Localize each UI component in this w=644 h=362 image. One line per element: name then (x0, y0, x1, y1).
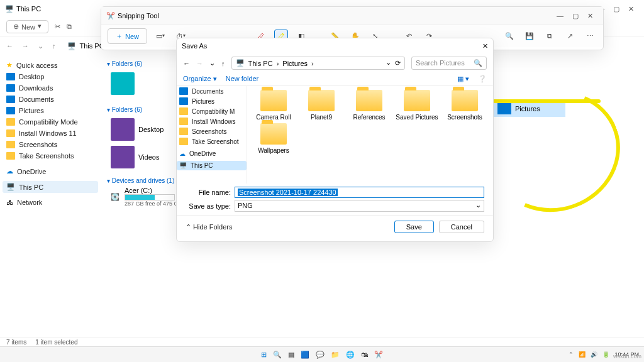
pc-icon: 🖥️ (5, 5, 14, 13)
save-sidebar: Documents Pictures Compatibility M Insta… (177, 86, 247, 184)
back-icon[interactable]: ← (183, 60, 190, 67)
filetype-label: Save as type: (186, 202, 231, 210)
organize-menu[interactable]: Organize ▾ (183, 75, 217, 83)
copy-icon[interactable]: ⧉ (67, 23, 72, 31)
volume-icon[interactable]: 🔊 (591, 351, 597, 358)
forward-icon[interactable]: → (196, 60, 203, 67)
up-icon[interactable]: ↑ (221, 60, 225, 67)
explorer-icon[interactable]: 📁 (331, 351, 340, 359)
sidebar-install[interactable]: Install Windows 11 (3, 128, 98, 139)
sidebar-screenshots[interactable]: Screenshots (3, 139, 98, 150)
filename-input[interactable]: Screenshot 2021-10-17 224430 (235, 187, 484, 198)
battery-icon[interactable]: 🔋 (602, 351, 609, 358)
sa-screenshots[interactable]: Screenshots (177, 126, 247, 136)
folder-wallpapers[interactable]: Wallpapers (251, 123, 296, 154)
search-input[interactable]: Search Pictures🔍 (411, 57, 487, 70)
folder-references[interactable]: References (347, 90, 392, 121)
help-icon[interactable]: ❔ (478, 75, 487, 83)
maximize-icon[interactable]: ▢ (572, 12, 579, 20)
copy-icon[interactable]: ⧉ (543, 30, 557, 43)
start-icon[interactable]: ⊞ (261, 351, 267, 359)
sa-install[interactable]: Install Windows (177, 116, 247, 126)
pc-icon: 🖥️ (236, 59, 245, 67)
chrome-icon[interactable]: 🌐 (346, 351, 355, 359)
sidebar-compat[interactable]: Compatibility Mode (3, 116, 98, 128)
up-icon[interactable]: ↑ (52, 42, 56, 50)
save-button[interactable]: Save (394, 221, 434, 233)
share-icon[interactable]: ↗ (563, 30, 577, 43)
drive-icon: 💽 (111, 193, 119, 201)
explorer-status-bar: 7 items 1 item selected (0, 337, 644, 347)
sa-thispc[interactable]: 🖥️This PC (177, 161, 247, 170)
cut-icon[interactable]: ✂ (55, 23, 60, 31)
filename-label: File name: (186, 189, 231, 196)
snip-new-button[interactable]: ＋ New (108, 28, 147, 44)
sidebar-desktop[interactable]: Desktop (3, 71, 98, 82)
view-icon[interactable]: ▦ ▾ (457, 75, 469, 83)
save-icon[interactable]: 💾 (523, 30, 536, 43)
tray-chevron-icon[interactable]: ⌃ (569, 351, 574, 358)
snip-task-icon[interactable]: ✂️ (374, 351, 383, 359)
close-icon[interactable]: ✕ (482, 42, 488, 50)
explorer-title: This PC (16, 5, 41, 13)
save-address-bar[interactable]: 🖥️ This PC › Pictures › ⌄ ⟳ (231, 57, 406, 70)
sa-take[interactable]: Take Screenshot (177, 136, 247, 146)
zoom-icon[interactable]: 🔍 (502, 30, 516, 43)
filetype-combo[interactable]: PNG⌄ (235, 200, 484, 212)
more-icon[interactable]: ⋯ (583, 30, 597, 43)
new-folder-button[interactable]: New folder (226, 75, 259, 83)
taskview-icon[interactable]: ▤ (288, 351, 294, 359)
widgets-icon[interactable]: 🟦 (301, 351, 309, 359)
sidebar-this-pc[interactable]: 🖥️This PC (3, 181, 98, 193)
watermark: wsxdn.com (613, 353, 641, 359)
sidebar-documents[interactable]: Documents (3, 94, 98, 105)
save-file-list: Camera Roll Planet9 References Saved Pic… (247, 86, 493, 184)
sidebar-quick-access[interactable]: ★Quick access (3, 59, 98, 71)
pc-icon: 🖥️ (67, 42, 76, 50)
folder-planet9[interactable]: Planet9 (299, 90, 344, 121)
sidebar-onedrive[interactable]: ☁OneDrive (3, 165, 98, 177)
refresh-icon[interactable]: ⟳ (395, 59, 401, 67)
chevron-down-icon[interactable]: ⌄ (209, 59, 215, 67)
folder-camera-roll[interactable]: Camera Roll (251, 90, 296, 121)
search-icon: 🔍 (474, 59, 482, 67)
sidebar-network[interactable]: 🖧Network (3, 197, 98, 208)
sa-compat[interactable]: Compatibility M (177, 106, 247, 116)
sidebar-downloads[interactable]: Downloads (3, 82, 98, 94)
minimize-icon[interactable]: — (557, 12, 564, 20)
sa-pictures[interactable]: Pictures (177, 96, 247, 106)
folder-saved-pictures[interactable]: Saved Pictures (394, 90, 440, 121)
sa-onedrive[interactable]: ☁OneDrive (177, 149, 247, 158)
back-icon[interactable]: ← (6, 42, 13, 50)
chat-icon[interactable]: 💬 (316, 351, 325, 359)
taskbar: ⊞ 🔍 ▤ 🟦 💬 📁 🌐 🛍 ✂️ ⌃ 📶 🔊 🔋 10:44 PM (0, 346, 644, 362)
new-button[interactable]: ⊕ New ▾ (6, 20, 48, 33)
cancel-button[interactable]: Cancel (439, 221, 484, 233)
snip-title: Snipping Tool (118, 12, 159, 19)
explorer-sidebar: ★Quick access Desktop Downloads Document… (0, 55, 101, 346)
maximize-icon[interactable]: ▢ (613, 5, 619, 13)
wifi-icon[interactable]: 📶 (579, 351, 586, 358)
close-icon[interactable]: ✕ (628, 5, 634, 13)
pictures-tile-highlight: Pictures (494, 101, 565, 117)
hide-folders-link[interactable]: ⌃ Hide Folders (186, 223, 232, 231)
save-as-dialog: Save As ✕ ← → ⌄ ↑ 🖥️ This PC › Pictures … (176, 38, 494, 242)
mode-icon[interactable]: ▭▾ (153, 30, 167, 43)
search-icon[interactable]: 🔍 (273, 351, 282, 359)
sidebar-pictures[interactable]: Pictures (3, 105, 98, 116)
forward-icon[interactable]: → (22, 42, 29, 50)
folder-screenshots[interactable]: Screenshots (442, 90, 487, 121)
address-bar[interactable]: 🖥️ This PC (67, 42, 104, 50)
close-icon[interactable]: ✕ (587, 12, 593, 20)
sidebar-take-screenshots[interactable]: Take Screenshots (3, 150, 98, 162)
sa-documents[interactable]: Documents (177, 86, 247, 96)
chevron-down-icon[interactable]: ⌄ (38, 42, 43, 50)
save-as-title: Save As (182, 42, 207, 50)
snip-icon: ✂️ (106, 12, 115, 20)
store-icon[interactable]: 🛍 (361, 351, 368, 358)
